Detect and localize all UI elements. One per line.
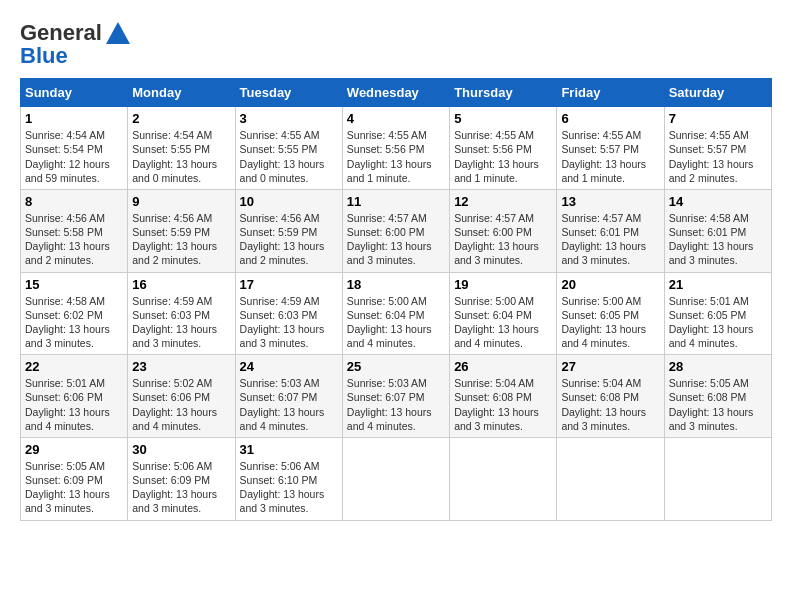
calendar-week-row: 15Sunrise: 4:58 AMSunset: 6:02 PMDayligh… <box>21 272 772 355</box>
calendar-cell: 17Sunrise: 4:59 AMSunset: 6:03 PMDayligh… <box>235 272 342 355</box>
day-info: Sunrise: 4:56 AMSunset: 5:58 PMDaylight:… <box>25 211 123 268</box>
day-number: 18 <box>347 277 445 292</box>
day-number: 1 <box>25 111 123 126</box>
day-number: 31 <box>240 442 338 457</box>
day-number: 21 <box>669 277 767 292</box>
day-number: 22 <box>25 359 123 374</box>
day-number: 19 <box>454 277 552 292</box>
calendar-cell: 11Sunrise: 4:57 AMSunset: 6:00 PMDayligh… <box>342 189 449 272</box>
day-number: 27 <box>561 359 659 374</box>
calendar-cell <box>342 437 449 520</box>
svg-marker-0 <box>106 22 130 44</box>
day-number: 29 <box>25 442 123 457</box>
day-number: 24 <box>240 359 338 374</box>
calendar-cell: 19Sunrise: 5:00 AMSunset: 6:04 PMDayligh… <box>450 272 557 355</box>
day-info: Sunrise: 5:00 AMSunset: 6:04 PMDaylight:… <box>347 294 445 351</box>
calendar-cell: 14Sunrise: 4:58 AMSunset: 6:01 PMDayligh… <box>664 189 771 272</box>
calendar-cell: 29Sunrise: 5:05 AMSunset: 6:09 PMDayligh… <box>21 437 128 520</box>
day-number: 30 <box>132 442 230 457</box>
calendar-cell: 24Sunrise: 5:03 AMSunset: 6:07 PMDayligh… <box>235 355 342 438</box>
day-number: 4 <box>347 111 445 126</box>
day-info: Sunrise: 5:03 AMSunset: 6:07 PMDaylight:… <box>240 376 338 433</box>
day-info: Sunrise: 4:57 AMSunset: 6:01 PMDaylight:… <box>561 211 659 268</box>
day-number: 3 <box>240 111 338 126</box>
day-info: Sunrise: 5:04 AMSunset: 6:08 PMDaylight:… <box>561 376 659 433</box>
day-number: 20 <box>561 277 659 292</box>
calendar-cell: 25Sunrise: 5:03 AMSunset: 6:07 PMDayligh… <box>342 355 449 438</box>
day-number: 12 <box>454 194 552 209</box>
logo: General Blue <box>20 20 134 68</box>
day-number: 9 <box>132 194 230 209</box>
day-info: Sunrise: 5:03 AMSunset: 6:07 PMDaylight:… <box>347 376 445 433</box>
day-number: 16 <box>132 277 230 292</box>
calendar-cell: 7Sunrise: 4:55 AMSunset: 5:57 PMDaylight… <box>664 107 771 190</box>
calendar-week-row: 8Sunrise: 4:56 AMSunset: 5:58 PMDaylight… <box>21 189 772 272</box>
day-header-friday: Friday <box>557 79 664 107</box>
calendar-cell: 4Sunrise: 4:55 AMSunset: 5:56 PMDaylight… <box>342 107 449 190</box>
day-info: Sunrise: 4:55 AMSunset: 5:56 PMDaylight:… <box>454 128 552 185</box>
calendar-week-row: 1Sunrise: 4:54 AMSunset: 5:54 PMDaylight… <box>21 107 772 190</box>
day-info: Sunrise: 4:55 AMSunset: 5:57 PMDaylight:… <box>669 128 767 185</box>
day-header-monday: Monday <box>128 79 235 107</box>
day-number: 10 <box>240 194 338 209</box>
day-info: Sunrise: 5:04 AMSunset: 6:08 PMDaylight:… <box>454 376 552 433</box>
day-info: Sunrise: 5:00 AMSunset: 6:04 PMDaylight:… <box>454 294 552 351</box>
day-number: 5 <box>454 111 552 126</box>
calendar-cell: 26Sunrise: 5:04 AMSunset: 6:08 PMDayligh… <box>450 355 557 438</box>
day-header-saturday: Saturday <box>664 79 771 107</box>
day-header-tuesday: Tuesday <box>235 79 342 107</box>
day-number: 14 <box>669 194 767 209</box>
calendar-cell: 22Sunrise: 5:01 AMSunset: 6:06 PMDayligh… <box>21 355 128 438</box>
day-info: Sunrise: 4:59 AMSunset: 6:03 PMDaylight:… <box>132 294 230 351</box>
calendar-cell <box>450 437 557 520</box>
calendar-cell: 1Sunrise: 4:54 AMSunset: 5:54 PMDaylight… <box>21 107 128 190</box>
day-number: 25 <box>347 359 445 374</box>
calendar-cell: 2Sunrise: 4:54 AMSunset: 5:55 PMDaylight… <box>128 107 235 190</box>
day-number: 17 <box>240 277 338 292</box>
day-number: 7 <box>669 111 767 126</box>
day-number: 23 <box>132 359 230 374</box>
calendar-cell: 15Sunrise: 4:58 AMSunset: 6:02 PMDayligh… <box>21 272 128 355</box>
day-info: Sunrise: 5:02 AMSunset: 6:06 PMDaylight:… <box>132 376 230 433</box>
day-number: 13 <box>561 194 659 209</box>
calendar-cell: 6Sunrise: 4:55 AMSunset: 5:57 PMDaylight… <box>557 107 664 190</box>
calendar-cell: 30Sunrise: 5:06 AMSunset: 6:09 PMDayligh… <box>128 437 235 520</box>
calendar-cell: 18Sunrise: 5:00 AMSunset: 6:04 PMDayligh… <box>342 272 449 355</box>
day-info: Sunrise: 4:54 AMSunset: 5:55 PMDaylight:… <box>132 128 230 185</box>
page-header: General Blue <box>20 20 772 68</box>
calendar-cell: 9Sunrise: 4:56 AMSunset: 5:59 PMDaylight… <box>128 189 235 272</box>
day-info: Sunrise: 4:56 AMSunset: 5:59 PMDaylight:… <box>240 211 338 268</box>
day-info: Sunrise: 5:06 AMSunset: 6:10 PMDaylight:… <box>240 459 338 516</box>
calendar-cell: 12Sunrise: 4:57 AMSunset: 6:00 PMDayligh… <box>450 189 557 272</box>
day-number: 6 <box>561 111 659 126</box>
calendar-cell <box>557 437 664 520</box>
logo-blue: Blue <box>20 43 68 68</box>
day-number: 28 <box>669 359 767 374</box>
day-info: Sunrise: 4:55 AMSunset: 5:56 PMDaylight:… <box>347 128 445 185</box>
day-info: Sunrise: 4:58 AMSunset: 6:01 PMDaylight:… <box>669 211 767 268</box>
day-info: Sunrise: 5:06 AMSunset: 6:09 PMDaylight:… <box>132 459 230 516</box>
day-info: Sunrise: 4:59 AMSunset: 6:03 PMDaylight:… <box>240 294 338 351</box>
calendar-cell: 3Sunrise: 4:55 AMSunset: 5:55 PMDaylight… <box>235 107 342 190</box>
day-info: Sunrise: 4:55 AMSunset: 5:55 PMDaylight:… <box>240 128 338 185</box>
day-number: 11 <box>347 194 445 209</box>
day-info: Sunrise: 4:54 AMSunset: 5:54 PMDaylight:… <box>25 128 123 185</box>
logo-general: General <box>20 20 102 45</box>
day-header-sunday: Sunday <box>21 79 128 107</box>
calendar-header-row: SundayMondayTuesdayWednesdayThursdayFrid… <box>21 79 772 107</box>
calendar-cell: 13Sunrise: 4:57 AMSunset: 6:01 PMDayligh… <box>557 189 664 272</box>
day-info: Sunrise: 4:55 AMSunset: 5:57 PMDaylight:… <box>561 128 659 185</box>
calendar-week-row: 22Sunrise: 5:01 AMSunset: 6:06 PMDayligh… <box>21 355 772 438</box>
calendar-cell: 31Sunrise: 5:06 AMSunset: 6:10 PMDayligh… <box>235 437 342 520</box>
calendar-cell: 16Sunrise: 4:59 AMSunset: 6:03 PMDayligh… <box>128 272 235 355</box>
day-info: Sunrise: 4:56 AMSunset: 5:59 PMDaylight:… <box>132 211 230 268</box>
calendar-cell: 21Sunrise: 5:01 AMSunset: 6:05 PMDayligh… <box>664 272 771 355</box>
calendar-cell <box>664 437 771 520</box>
calendar-cell: 23Sunrise: 5:02 AMSunset: 6:06 PMDayligh… <box>128 355 235 438</box>
calendar-cell: 8Sunrise: 4:56 AMSunset: 5:58 PMDaylight… <box>21 189 128 272</box>
day-info: Sunrise: 5:00 AMSunset: 6:05 PMDaylight:… <box>561 294 659 351</box>
day-number: 8 <box>25 194 123 209</box>
calendar-cell: 28Sunrise: 5:05 AMSunset: 6:08 PMDayligh… <box>664 355 771 438</box>
calendar-cell: 27Sunrise: 5:04 AMSunset: 6:08 PMDayligh… <box>557 355 664 438</box>
day-info: Sunrise: 5:01 AMSunset: 6:06 PMDaylight:… <box>25 376 123 433</box>
